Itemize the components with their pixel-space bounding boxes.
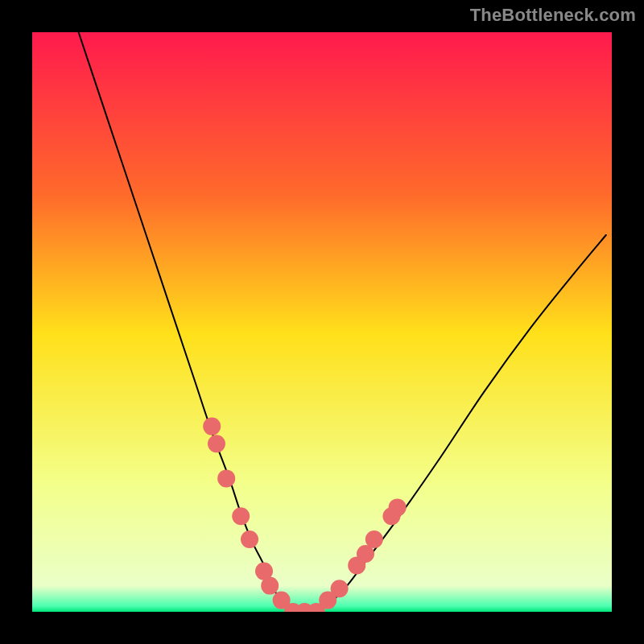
marker-dot: [208, 435, 225, 452]
marker-dot: [365, 530, 383, 548]
marker-dot: [261, 577, 279, 595]
marker-dot: [389, 498, 407, 516]
marker-dot: [203, 418, 221, 436]
marker-dot: [232, 507, 250, 525]
marker-dot: [241, 530, 258, 548]
marker-dot: [331, 580, 349, 597]
watermark-text: TheBottleneck.com: [470, 5, 636, 26]
plot-area: [32, 32, 612, 612]
marker-dot: [217, 469, 235, 487]
chart-frame: TheBottleneck.com: [0, 0, 644, 644]
chart-canvas: [32, 32, 612, 612]
gradient-background: [32, 32, 612, 612]
